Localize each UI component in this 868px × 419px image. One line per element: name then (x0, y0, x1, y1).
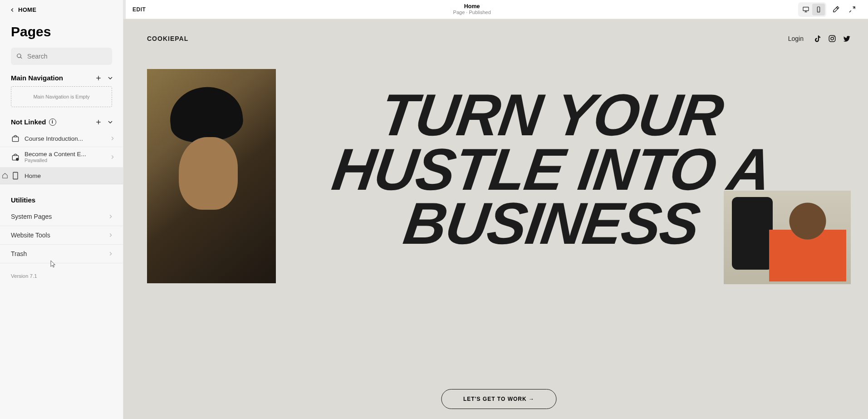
page-item-home[interactable]: Home (0, 168, 123, 184)
chevron-right-icon (108, 232, 114, 238)
preview-canvas[interactable]: COOKIEPAL Login TURN YOUR HUSTLE INTO A … (123, 19, 868, 419)
main-area: EDIT Home Page · Published (123, 0, 868, 419)
util-trash[interactable]: Trash (0, 245, 123, 263)
style-editor-button[interactable] (829, 3, 843, 16)
home-indicator-icon (2, 173, 8, 179)
site-header: COOKIEPAL Login (147, 35, 851, 43)
svg-point-14 (831, 37, 834, 40)
svg-point-15 (834, 36, 834, 37)
chevron-right-icon (108, 213, 114, 220)
instagram-icon[interactable] (828, 35, 836, 43)
main-nav-header: Main Navigation (0, 74, 123, 82)
headline-line-2: HUSTLE INTO A (249, 143, 855, 197)
info-icon[interactable]: i (49, 118, 56, 126)
paintbrush-icon (832, 5, 840, 14)
chevron-right-icon (109, 154, 116, 160)
page-label: Course Introduction... (25, 135, 105, 142)
back-label: HOME (18, 6, 36, 13)
paywalled-course-icon (11, 153, 20, 162)
device-preview-group (798, 2, 826, 17)
tiktok-icon[interactable] (814, 35, 822, 43)
cta-button[interactable]: LET'S GET TO WORK → (441, 389, 557, 409)
chevron-right-icon (109, 135, 116, 142)
expand-icon (848, 5, 856, 14)
page-label: Become a Content E... (25, 151, 86, 158)
svg-rect-7 (13, 173, 18, 179)
util-label: Website Tools (11, 232, 50, 239)
collapse-not-linked-icon[interactable] (107, 118, 114, 126)
chevron-right-icon (108, 251, 114, 257)
search-input[interactable] (27, 53, 107, 60)
expand-button[interactable] (845, 3, 859, 16)
twitter-icon[interactable] (843, 35, 851, 43)
svg-point-6 (16, 158, 19, 161)
util-label: Trash (11, 250, 27, 257)
collapse-icon[interactable] (107, 74, 114, 82)
search-container[interactable] (11, 48, 112, 65)
not-linked-header: Not Linked i (0, 118, 123, 126)
main-nav-label: Main Navigation (11, 74, 63, 82)
mobile-icon (815, 6, 822, 13)
page-title: Home (453, 3, 491, 10)
page-status: Page · Published (453, 10, 491, 15)
social-icons (814, 35, 851, 43)
edit-button[interactable]: EDIT (132, 6, 146, 13)
page-sublabel: Paywalled (25, 158, 105, 163)
page-icon (11, 171, 20, 180)
mobile-preview-button[interactable] (812, 4, 825, 15)
chevron-left-icon (9, 7, 15, 13)
hero-section: TURN YOUR HUSTLE INTO A BUSINESS LET'S G… (147, 69, 851, 414)
page-item-become-content[interactable]: Become a Content E... Paywalled (0, 147, 123, 168)
desktop-preview-button[interactable] (799, 4, 812, 15)
util-label: System Pages (11, 213, 52, 220)
page-label: Home (25, 173, 116, 179)
desktop-icon (802, 6, 809, 13)
login-link[interactable]: Login (788, 35, 804, 42)
headline-line-1: TURN YOUR (249, 88, 855, 143)
sidebar: HOME Pages Main Navigation Main Navigati… (0, 0, 123, 419)
course-icon (11, 134, 20, 143)
site-brand[interactable]: COOKIEPAL (147, 35, 188, 42)
sidebar-title: Pages (0, 18, 123, 48)
topbar-title-group: Home Page · Published (453, 3, 491, 15)
svg-rect-4 (12, 137, 18, 142)
page-item-course-intro[interactable]: Course Introduction... (0, 130, 123, 147)
search-icon (16, 53, 23, 60)
add-not-linked-icon[interactable] (95, 118, 102, 126)
version-label: Version 7.1 (0, 263, 123, 289)
main-nav-empty[interactable]: Main Navigation is Empty (11, 86, 112, 107)
back-to-home[interactable]: HOME (0, 0, 123, 18)
hero-image-right (724, 191, 851, 284)
utilities-label: Utilities (0, 184, 123, 207)
topbar: EDIT Home Page · Published (123, 0, 868, 19)
util-website-tools[interactable]: Website Tools (0, 226, 123, 245)
add-page-icon[interactable] (95, 74, 102, 82)
svg-rect-8 (803, 7, 809, 10)
not-linked-label: Not Linked (11, 118, 46, 126)
util-system-pages[interactable]: System Pages (0, 207, 123, 226)
